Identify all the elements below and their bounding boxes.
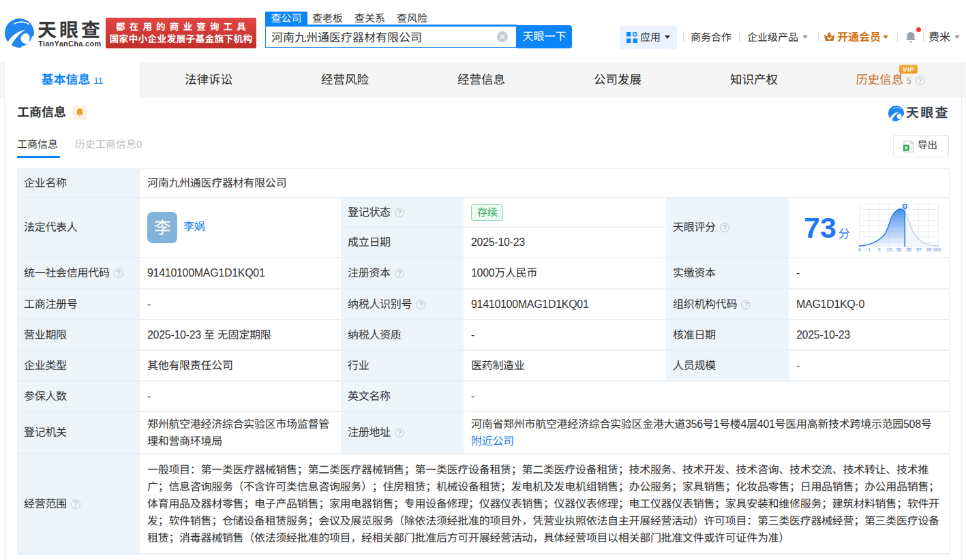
svg-text:15: 15 [886, 247, 892, 253]
svg-text:0: 0 [858, 247, 861, 253]
svg-text:97: 97 [916, 247, 922, 253]
svg-text:1: 1 [868, 247, 871, 253]
svg-text:99: 99 [926, 247, 931, 253]
svg-text:100: 100 [933, 247, 941, 253]
svg-text:50: 50 [896, 247, 902, 253]
svg-text:3: 3 [878, 247, 881, 253]
svg-text:85: 85 [906, 247, 911, 253]
